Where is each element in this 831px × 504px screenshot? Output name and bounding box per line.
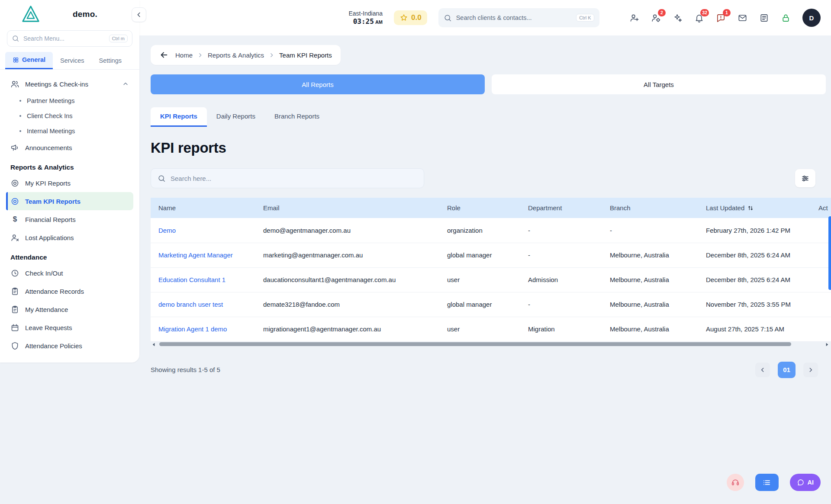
sidebar-tabs: General Services Settings [0, 52, 139, 70]
tab-label: General [22, 56, 45, 63]
rating-value: 0.0 [411, 13, 422, 22]
tab-daily-reports[interactable]: Daily Reports [207, 107, 265, 127]
sidebar-item-financial-reports[interactable]: Financial Reports [6, 210, 133, 228]
sidebar-search-input[interactable] [23, 35, 105, 42]
menu-label: Financial Reports [25, 216, 76, 223]
chevron-right-icon [197, 52, 203, 58]
cell-action [811, 292, 831, 317]
report-user-link[interactable]: Marketing Agent Manager [158, 251, 233, 259]
add-user-icon[interactable] [629, 13, 639, 23]
report-user-link[interactable]: Migration Agent 1 demo [158, 325, 227, 333]
cell-department: - [520, 292, 602, 317]
sidebar-tab-general[interactable]: General [5, 52, 53, 69]
cell-branch: Melbourne, Australia [602, 317, 698, 341]
global-search-input[interactable] [456, 14, 572, 21]
timezone-region: East-Indiana [339, 10, 383, 17]
all-reports-button[interactable]: All Reports [151, 74, 485, 94]
sidebar-item-partner-meetings[interactable]: Partner Meetings [6, 93, 133, 108]
sidebar-item-my-attendance[interactable]: My Attendance [6, 300, 133, 318]
sidebar-tab-settings[interactable]: Settings [92, 52, 129, 69]
cell-action [811, 243, 831, 267]
sidebar-item-client-check-ins[interactable]: Client Check Ins [6, 108, 133, 123]
sidebar-item-leave-requests[interactable]: Leave Requests [6, 318, 133, 337]
table-search[interactable] [151, 168, 424, 188]
sidebar-search[interactable]: Ctrl m [7, 30, 132, 47]
cell-action [811, 267, 831, 292]
scroll-left-icon[interactable] [151, 342, 156, 347]
tasks-button[interactable] [755, 474, 779, 491]
filter-button[interactable] [795, 169, 815, 187]
tab-kpi-reports[interactable]: KPI Reports [151, 107, 207, 127]
notes-icon[interactable] [759, 13, 769, 23]
timezone-widget: East-Indiana 03:25AM [339, 10, 383, 26]
global-search[interactable]: Ctrl K [438, 8, 599, 27]
sidebar-item-lost-applications[interactable]: Lost Applications [6, 228, 133, 247]
main-content: Home Reports & Analytics Team KPI Report… [139, 35, 831, 504]
sidebar-item-my-kpi-reports[interactable]: My KPI Reports [6, 174, 133, 192]
notification-badge: 32 [700, 9, 709, 16]
ai-assistant-button[interactable]: AI [790, 474, 821, 491]
sidebar-item-internal-meetings[interactable]: Internal Meetings [6, 123, 133, 138]
feedback-icon[interactable]: 1 [716, 13, 726, 23]
all-targets-button[interactable]: All Targets [492, 74, 826, 94]
breadcrumb-home[interactable]: Home [175, 51, 193, 59]
view-toggle: All Reports All Targets [151, 74, 831, 94]
bell-icon[interactable]: 32 [694, 13, 704, 23]
user-settings-icon[interactable]: 2 [651, 13, 661, 23]
cell-branch: Melbourne, Australia [602, 267, 698, 292]
report-user-link[interactable]: Demo [158, 227, 176, 234]
page-number-button[interactable]: 01 [778, 362, 796, 378]
vertical-scrollbar[interactable] [828, 216, 831, 290]
sidebar-collapse-button[interactable] [132, 7, 146, 22]
breadcrumb: Home Reports & Analytics Team KPI Report… [151, 45, 341, 65]
results-summary: Showing results 1-5 of 5 [151, 366, 220, 373]
clock-meridiem: AM [375, 19, 383, 25]
back-button[interactable] [159, 50, 169, 60]
cell-branch: - [602, 218, 698, 243]
section-title-reports: Reports & Analytics [10, 164, 129, 171]
bullet-icon [19, 115, 21, 117]
prev-page-button[interactable] [755, 363, 770, 377]
horizontal-scrollbar[interactable] [151, 342, 831, 347]
sidebar-item-attendance-records[interactable]: Attendance Records [6, 282, 133, 300]
scroll-right-icon[interactable] [825, 342, 829, 347]
report-user-link[interactable]: Education Consultant 1 [158, 276, 225, 283]
sidebar-item-check-in-out[interactable]: Check In/Out [6, 264, 133, 282]
col-last-updated: Last Updated [698, 198, 811, 218]
cell-role: global manager [439, 292, 520, 317]
lock-icon[interactable] [781, 13, 791, 23]
sidebar-item-meetings-checkins[interactable]: Meetings & Check-ins [6, 75, 133, 93]
next-page-button[interactable] [803, 363, 818, 377]
tab-branch-reports[interactable]: Branch Reports [265, 107, 329, 127]
bullet-icon [19, 130, 21, 132]
mail-icon[interactable] [738, 13, 747, 23]
scrollbar-thumb[interactable] [159, 342, 791, 346]
cell-department: - [520, 218, 602, 243]
rating-badge[interactable]: 0.0 [394, 10, 427, 25]
table-search-input[interactable] [171, 175, 417, 182]
chevron-left-icon [759, 366, 766, 373]
avatar[interactable]: D [802, 9, 821, 27]
sidebar-item-team-kpi-reports[interactable]: Team KPI Reports [6, 192, 133, 210]
sparkles-icon[interactable] [673, 13, 683, 23]
clock-time: 03:25 [353, 17, 374, 26]
cell-action [811, 317, 831, 341]
menu-label: Leave Requests [25, 324, 72, 331]
bullet-icon [19, 100, 21, 102]
cell-last-updated: December 8th, 2025 6:24 AM [698, 243, 811, 267]
sidebar-tab-services[interactable]: Services [53, 52, 92, 69]
chevron-up-icon[interactable] [122, 80, 129, 87]
menu-label: Attendance Records [25, 288, 84, 295]
cell-last-updated: February 27th, 2026 1:42 PM [698, 218, 811, 243]
notification-badge: 2 [658, 9, 666, 16]
sort-icon[interactable] [747, 205, 754, 212]
report-user-link[interactable]: demo branch user test [158, 301, 223, 308]
cell-email: daucationconsultant1@agentmanager.com.au [255, 267, 439, 292]
breadcrumb-reports-analytics[interactable]: Reports & Analytics [208, 51, 264, 59]
support-button[interactable] [727, 474, 744, 491]
sidebar-item-attendance-policies[interactable]: Attendance Policies [6, 337, 133, 355]
target-icon [10, 179, 19, 188]
sidebar-item-announcements[interactable]: Announcements [6, 138, 133, 157]
menu-label: Partner Meetings [27, 97, 74, 104]
topbar: East-Indiana 03:25AM 0.0 Ctrl K 2 32 1 [139, 0, 831, 35]
